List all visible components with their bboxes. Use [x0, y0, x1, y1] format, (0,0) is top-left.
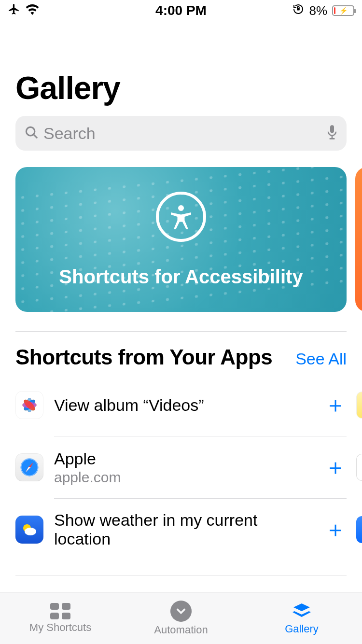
add-shortcut-button[interactable]: ＋ [324, 390, 347, 420]
battery-percent: 8% [309, 3, 327, 18]
search-icon [24, 125, 39, 141]
wifi-icon [25, 3, 40, 18]
svg-rect-3 [330, 125, 334, 133]
see-all-apps[interactable]: See All [295, 350, 347, 368]
airplane-mode-icon [8, 3, 20, 19]
shortcut-title: Show weather in my current location [54, 511, 319, 548]
status-bar: 4:00 PM 8% ⚡ [0, 0, 362, 21]
search-input[interactable] [43, 124, 321, 143]
list-item[interactable]: Show weather in my current location ＋ [15, 499, 362, 560]
section-title-apps: Shortcuts from Your Apps [15, 345, 272, 369]
next-column-peek [356, 454, 362, 481]
page-title: Gallery [0, 21, 362, 116]
svg-point-6 [178, 205, 184, 211]
battery-icon: ⚡ [332, 5, 354, 16]
list-item[interactable]: View album “Videos” ＋ [15, 374, 362, 436]
svg-point-20 [25, 528, 36, 535]
tab-automation[interactable]: Automation [121, 592, 241, 644]
featured-card-next-peek[interactable] [355, 167, 362, 312]
apps-shortcut-list: View album “Videos” ＋ Apple apple.com ＋ … [0, 374, 362, 560]
tab-bar: My Shortcuts Automation Gallery [0, 592, 362, 644]
tab-gallery[interactable]: Gallery [241, 592, 362, 644]
next-column-peek [356, 516, 362, 543]
next-column-peek [356, 392, 362, 419]
weather-app-icon [15, 516, 43, 544]
tab-label: Gallery [285, 623, 319, 635]
section-header-apps: Shortcuts from Your Apps See All [0, 332, 362, 374]
accessibility-icon [156, 192, 206, 242]
list-item[interactable]: Apple apple.com ＋ [15, 436, 362, 498]
featured-carousel[interactable]: Shortcuts for Accessibility [15, 167, 362, 312]
search-field[interactable] [15, 116, 347, 151]
grid-icon [50, 603, 70, 619]
shortcut-subtitle: apple.com [54, 469, 319, 486]
gallery-icon [291, 602, 313, 621]
svg-line-2 [34, 135, 37, 138]
featured-card-title: Shortcuts for Accessibility [59, 266, 303, 288]
tab-my-shortcuts[interactable]: My Shortcuts [0, 592, 121, 644]
featured-card-accessibility[interactable]: Shortcuts for Accessibility [15, 167, 347, 312]
shortcut-title: Apple [54, 449, 319, 468]
add-shortcut-button[interactable]: ＋ [324, 515, 347, 545]
photos-app-icon [15, 391, 43, 419]
tab-label: Automation [154, 624, 208, 636]
svg-rect-0 [297, 8, 300, 11]
tab-label: My Shortcuts [29, 621, 91, 634]
add-shortcut-button[interactable]: ＋ [324, 452, 347, 482]
dictation-icon[interactable] [326, 125, 338, 142]
safari-app-icon [15, 453, 43, 481]
orientation-lock-icon [292, 3, 304, 18]
automation-icon [170, 601, 192, 622]
shortcut-title: View album “Videos” [54, 396, 319, 415]
